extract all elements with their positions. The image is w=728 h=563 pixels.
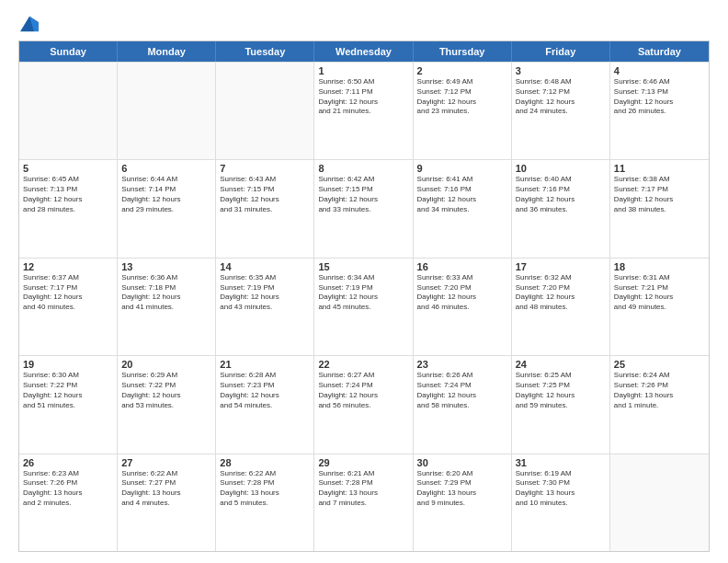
header — [18, 15, 710, 33]
day-number: 15 — [318, 261, 408, 272]
calendar-body: 1Sunrise: 6:50 AM Sunset: 7:11 PM Daylig… — [19, 62, 709, 551]
day-number: 23 — [417, 359, 507, 370]
empty-cell-0-2 — [216, 63, 314, 159]
day-number: 6 — [121, 163, 211, 174]
day-info: Sunrise: 6:27 AM Sunset: 7:24 PM Dayligh… — [318, 371, 408, 410]
week-row-3: 19Sunrise: 6:30 AM Sunset: 7:22 PM Dayli… — [19, 355, 709, 453]
day-info: Sunrise: 6:19 AM Sunset: 7:30 PM Dayligh… — [516, 469, 606, 509]
day-number: 28 — [220, 457, 310, 468]
day-cell-22: 22Sunrise: 6:27 AM Sunset: 7:24 PM Dayli… — [314, 356, 413, 453]
day-info: Sunrise: 6:34 AM Sunset: 7:19 PM Dayligh… — [318, 273, 408, 313]
day-cell-30: 30Sunrise: 6:20 AM Sunset: 7:29 PM Dayli… — [414, 454, 512, 551]
day-number: 14 — [220, 261, 310, 272]
day-number: 24 — [516, 359, 606, 370]
day-info: Sunrise: 6:49 AM Sunset: 7:12 PM Dayligh… — [417, 77, 507, 117]
day-cell-12: 12Sunrise: 6:37 AM Sunset: 7:17 PM Dayli… — [19, 259, 118, 355]
day-info: Sunrise: 6:35 AM Sunset: 7:19 PM Dayligh… — [220, 273, 310, 313]
day-info: Sunrise: 6:33 AM Sunset: 7:20 PM Dayligh… — [417, 273, 507, 313]
logo-icon — [20, 15, 39, 33]
day-cell-9: 9Sunrise: 6:41 AM Sunset: 7:16 PM Daylig… — [414, 160, 512, 257]
empty-cell-4-6 — [610, 454, 709, 551]
day-number: 9 — [417, 163, 507, 174]
day-cell-31: 31Sunrise: 6:19 AM Sunset: 7:30 PM Dayli… — [512, 454, 610, 551]
day-cell-19: 19Sunrise: 6:30 AM Sunset: 7:22 PM Dayli… — [19, 356, 118, 453]
day-cell-2: 2Sunrise: 6:49 AM Sunset: 7:12 PM Daylig… — [414, 63, 512, 159]
day-cell-29: 29Sunrise: 6:21 AM Sunset: 7:28 PM Dayli… — [314, 454, 413, 551]
day-number: 4 — [614, 65, 705, 76]
day-cell-11: 11Sunrise: 6:38 AM Sunset: 7:17 PM Dayli… — [610, 160, 709, 257]
day-info: Sunrise: 6:45 AM Sunset: 7:13 PM Dayligh… — [23, 175, 113, 214]
day-cell-16: 16Sunrise: 6:33 AM Sunset: 7:20 PM Dayli… — [414, 259, 512, 355]
day-info: Sunrise: 6:29 AM Sunset: 7:22 PM Dayligh… — [121, 371, 211, 410]
day-number: 1 — [318, 65, 408, 76]
day-info: Sunrise: 6:28 AM Sunset: 7:23 PM Dayligh… — [220, 371, 310, 410]
day-info: Sunrise: 6:21 AM Sunset: 7:28 PM Dayligh… — [318, 469, 408, 509]
day-info: Sunrise: 6:20 AM Sunset: 7:29 PM Dayligh… — [417, 469, 507, 509]
week-row-1: 5Sunrise: 6:45 AM Sunset: 7:13 PM Daylig… — [19, 159, 709, 257]
day-cell-3: 3Sunrise: 6:48 AM Sunset: 7:12 PM Daylig… — [512, 63, 610, 159]
day-cell-7: 7Sunrise: 6:43 AM Sunset: 7:15 PM Daylig… — [216, 160, 314, 257]
day-info: Sunrise: 6:23 AM Sunset: 7:26 PM Dayligh… — [23, 469, 113, 509]
day-cell-26: 26Sunrise: 6:23 AM Sunset: 7:26 PM Dayli… — [19, 454, 118, 551]
day-number: 3 — [516, 65, 606, 76]
day-cell-15: 15Sunrise: 6:34 AM Sunset: 7:19 PM Dayli… — [314, 259, 413, 355]
day-number: 27 — [121, 457, 211, 468]
day-info: Sunrise: 6:25 AM Sunset: 7:25 PM Dayligh… — [516, 371, 606, 410]
day-cell-25: 25Sunrise: 6:24 AM Sunset: 7:26 PM Dayli… — [610, 356, 709, 453]
calendar-header: SundayMondayTuesdayWednesdayThursdayFrid… — [19, 41, 709, 62]
header-day-thursday: Thursday — [414, 41, 512, 62]
page: SundayMondayTuesdayWednesdayThursdayFrid… — [0, 0, 728, 563]
day-number: 19 — [23, 359, 113, 370]
day-cell-20: 20Sunrise: 6:29 AM Sunset: 7:22 PM Dayli… — [118, 356, 216, 453]
day-cell-4: 4Sunrise: 6:46 AM Sunset: 7:13 PM Daylig… — [610, 63, 709, 159]
day-info: Sunrise: 6:42 AM Sunset: 7:15 PM Dayligh… — [318, 175, 408, 214]
day-info: Sunrise: 6:22 AM Sunset: 7:27 PM Dayligh… — [121, 469, 211, 509]
day-number: 13 — [121, 261, 211, 272]
day-number: 5 — [23, 163, 113, 174]
day-number: 18 — [614, 261, 705, 272]
header-day-monday: Monday — [118, 41, 216, 62]
day-cell-6: 6Sunrise: 6:44 AM Sunset: 7:14 PM Daylig… — [118, 160, 216, 257]
day-info: Sunrise: 6:38 AM Sunset: 7:17 PM Dayligh… — [614, 175, 705, 214]
day-cell-23: 23Sunrise: 6:26 AM Sunset: 7:24 PM Dayli… — [414, 356, 512, 453]
week-row-4: 26Sunrise: 6:23 AM Sunset: 7:26 PM Dayli… — [19, 454, 709, 551]
day-cell-24: 24Sunrise: 6:25 AM Sunset: 7:25 PM Dayli… — [512, 356, 610, 453]
calendar: SundayMondayTuesdayWednesdayThursdayFrid… — [18, 40, 710, 552]
day-number: 26 — [23, 457, 113, 468]
day-cell-14: 14Sunrise: 6:35 AM Sunset: 7:19 PM Dayli… — [216, 259, 314, 355]
week-row-0: 1Sunrise: 6:50 AM Sunset: 7:11 PM Daylig… — [19, 62, 709, 159]
day-info: Sunrise: 6:26 AM Sunset: 7:24 PM Dayligh… — [417, 371, 507, 410]
header-day-tuesday: Tuesday — [216, 41, 314, 62]
day-number: 17 — [516, 261, 606, 272]
day-info: Sunrise: 6:44 AM Sunset: 7:14 PM Dayligh… — [121, 175, 211, 214]
day-info: Sunrise: 6:46 AM Sunset: 7:13 PM Dayligh… — [614, 77, 705, 117]
day-number: 25 — [614, 359, 705, 370]
day-cell-5: 5Sunrise: 6:45 AM Sunset: 7:13 PM Daylig… — [19, 160, 118, 257]
week-row-2: 12Sunrise: 6:37 AM Sunset: 7:17 PM Dayli… — [19, 258, 709, 355]
day-cell-18: 18Sunrise: 6:31 AM Sunset: 7:21 PM Dayli… — [610, 259, 709, 355]
header-day-wednesday: Wednesday — [314, 41, 413, 62]
day-cell-28: 28Sunrise: 6:22 AM Sunset: 7:28 PM Dayli… — [216, 454, 314, 551]
day-info: Sunrise: 6:43 AM Sunset: 7:15 PM Dayligh… — [220, 175, 310, 214]
header-day-friday: Friday — [512, 41, 610, 62]
day-number: 22 — [318, 359, 408, 370]
day-info: Sunrise: 6:50 AM Sunset: 7:11 PM Dayligh… — [318, 77, 408, 117]
day-number: 29 — [318, 457, 408, 468]
day-number: 10 — [516, 163, 606, 174]
day-cell-1: 1Sunrise: 6:50 AM Sunset: 7:11 PM Daylig… — [314, 63, 413, 159]
day-cell-17: 17Sunrise: 6:32 AM Sunset: 7:20 PM Dayli… — [512, 259, 610, 355]
day-info: Sunrise: 6:37 AM Sunset: 7:17 PM Dayligh… — [23, 273, 113, 313]
empty-cell-0-0 — [19, 63, 118, 159]
day-number: 12 — [23, 261, 113, 272]
day-number: 21 — [220, 359, 310, 370]
day-number: 30 — [417, 457, 507, 468]
day-info: Sunrise: 6:30 AM Sunset: 7:22 PM Dayligh… — [23, 371, 113, 410]
day-info: Sunrise: 6:41 AM Sunset: 7:16 PM Dayligh… — [417, 175, 507, 214]
logo — [18, 15, 39, 33]
day-number: 11 — [614, 163, 705, 174]
day-number: 16 — [417, 261, 507, 272]
day-info: Sunrise: 6:40 AM Sunset: 7:16 PM Dayligh… — [516, 175, 606, 214]
day-info: Sunrise: 6:48 AM Sunset: 7:12 PM Dayligh… — [516, 77, 606, 117]
day-info: Sunrise: 6:31 AM Sunset: 7:21 PM Dayligh… — [614, 273, 705, 313]
day-number: 8 — [318, 163, 408, 174]
